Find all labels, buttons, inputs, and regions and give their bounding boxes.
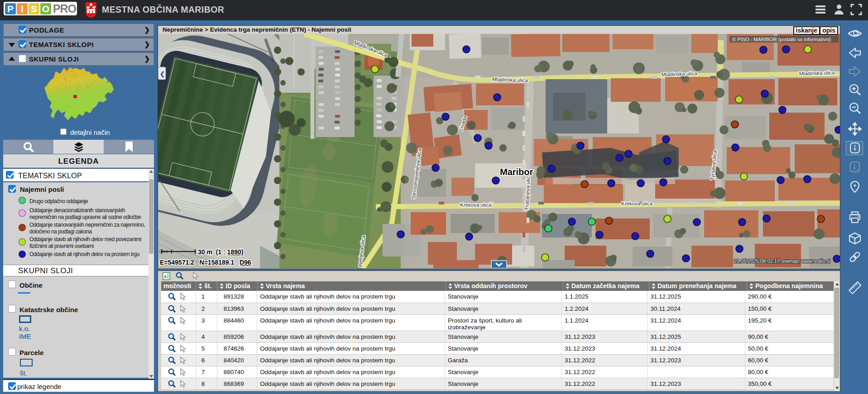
svg-text:21.05.2025 08:02:17, ewmap, ww: 21.05.2025 08:02:17, ewmap, www.realis.s… [734, 258, 830, 264]
svg-text:30 m (1 : 1890): 30 m (1 : 1890) [198, 248, 243, 256]
svg-text:Krekova ulica: Krekova ulica [621, 201, 653, 206]
svg-text:g: g [857, 168, 859, 172]
svg-text:E=549571.2 N=158189.1 D96: E=549571.2 N=158189.1 D96 [160, 259, 251, 266]
svg-text:Maribor: Maribor [500, 167, 533, 177]
svg-text:© PISO - MARIBOR (podatki so i: © PISO - MARIBOR (podatki so informativn… [732, 37, 831, 42]
svg-text:❮: ❮ [160, 71, 165, 78]
svg-text:x: x [164, 274, 167, 279]
svg-text:Krekova ulica: Krekova ulica [460, 202, 492, 208]
